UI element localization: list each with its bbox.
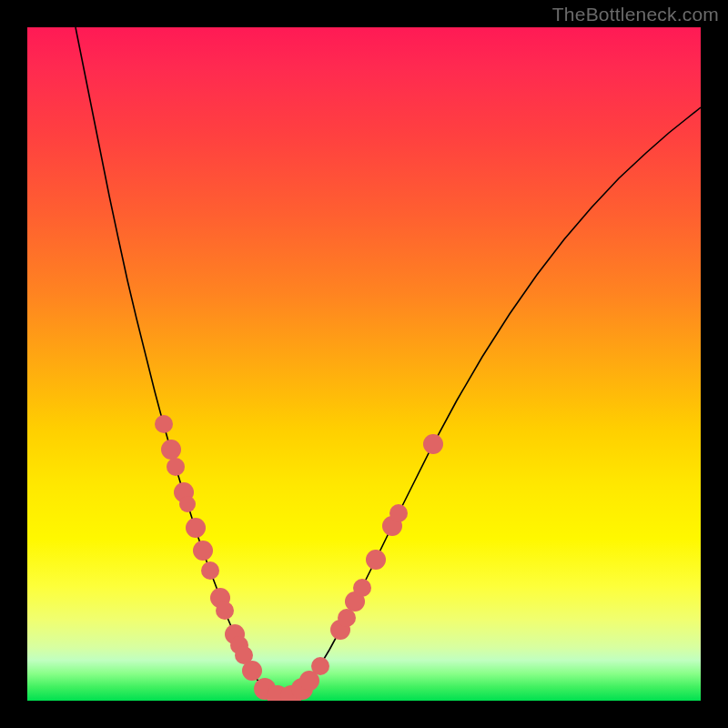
watermark-text: TheBottleneck.com (552, 4, 719, 25)
data-dot (216, 602, 234, 620)
data-dot (389, 504, 408, 522)
data-dot (167, 458, 185, 476)
data-dot (186, 518, 206, 538)
data-dot (179, 496, 196, 512)
data-dot (423, 434, 443, 454)
data-dot (155, 415, 173, 433)
data-dot (242, 661, 262, 681)
data-dot (366, 550, 386, 570)
data-dot (161, 440, 181, 460)
data-dot (338, 609, 356, 627)
data-dot (353, 579, 371, 597)
chart-plot-area (27, 27, 701, 701)
data-dot (193, 541, 213, 561)
data-dot (201, 561, 219, 580)
data-dot (311, 657, 329, 675)
